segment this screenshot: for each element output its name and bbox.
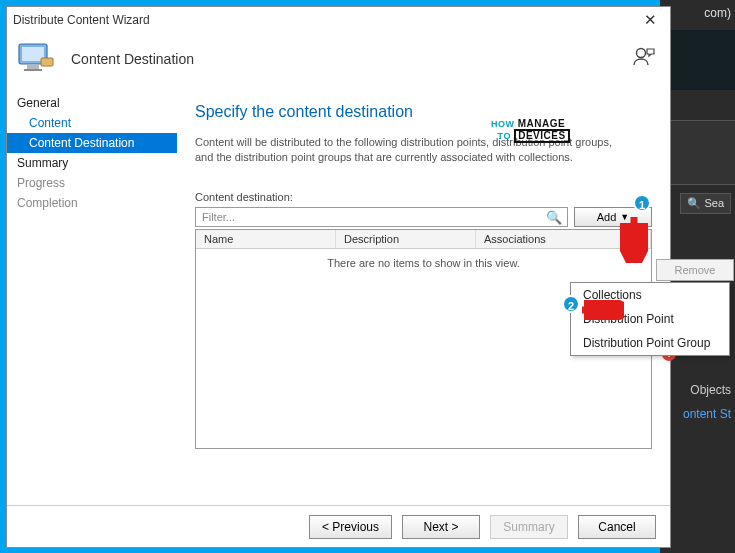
wizard-footer: < Previous Next > Summary Cancel — [7, 505, 670, 547]
summary-button: Summary — [490, 515, 568, 539]
svg-rect-2 — [27, 65, 39, 69]
annotation-badge-1: 1 — [633, 194, 651, 212]
bg-block — [660, 30, 735, 90]
monitor-icon — [17, 40, 57, 78]
menu-item-distribution-point-group[interactable]: Distribution Point Group — [571, 331, 729, 355]
user-feedback-icon[interactable] — [632, 46, 656, 73]
svg-point-5 — [637, 48, 646, 57]
list-side-buttons: Remove — [656, 259, 734, 281]
nav-item-progress: Progress — [7, 173, 177, 193]
page-heading: Specify the content destination — [195, 103, 652, 121]
empty-list-message: There are no items to show in this view. — [196, 249, 651, 269]
watermark-to: TO — [498, 131, 511, 141]
bg-block — [660, 120, 735, 185]
wizard-nav: General Content Content Destination Summ… — [7, 85, 177, 505]
cancel-button[interactable]: Cancel — [578, 515, 656, 539]
wizard-header: Content Destination — [7, 33, 670, 85]
bg-content-link[interactable]: ontent St — [683, 407, 731, 421]
filter-input[interactable]: Filter... — [195, 207, 568, 227]
background-search-button[interactable]: 🔍 Sea — [680, 193, 731, 214]
svg-rect-4 — [41, 58, 53, 66]
filter-row: Filter... 🔍 Add ▼ — [195, 207, 652, 227]
list-header: Name Description Associations — [196, 230, 651, 249]
search-icon[interactable]: 🔍 — [546, 210, 562, 225]
watermark-logo: HOW MANAGE TO DEVICES — [491, 119, 570, 143]
watermark-manage: MANAGE — [518, 118, 565, 129]
nav-item-summary[interactable]: Summary — [7, 153, 177, 173]
wizard-step-title: Content Destination — [71, 51, 194, 67]
col-description[interactable]: Description — [336, 230, 476, 248]
watermark-how: HOW — [491, 119, 515, 129]
bg-caption: com) — [704, 6, 731, 20]
col-name[interactable]: Name — [196, 230, 336, 248]
window-title: Distribute Content Wizard — [13, 13, 636, 27]
next-button[interactable]: Next > — [402, 515, 480, 539]
remove-button: Remove — [656, 259, 734, 281]
watermark-devices: DEVICES — [514, 129, 569, 143]
bg-objects-label: Objects — [690, 383, 731, 397]
nav-item-completion: Completion — [7, 193, 177, 213]
nav-item-content-destination[interactable]: Content Destination — [7, 133, 177, 153]
annotation-arrow-2 — [580, 300, 624, 320]
svg-rect-3 — [24, 69, 42, 71]
nav-item-general[interactable]: General — [7, 93, 177, 113]
window-titlebar: Distribute Content Wizard ✕ — [7, 7, 670, 33]
annotation-badge-2: 2 — [562, 295, 580, 313]
search-icon: 🔍 — [687, 197, 701, 209]
add-button-label: Add — [597, 211, 617, 223]
nav-item-content[interactable]: Content — [7, 113, 177, 133]
annotation-arrow-1 — [620, 215, 648, 263]
content-destination-label: Content destination: — [195, 191, 652, 203]
bg-search-label: Sea — [704, 197, 724, 209]
distribute-content-wizard-window: Distribute Content Wizard ✕ Content Dest… — [6, 6, 671, 548]
previous-button[interactable]: < Previous — [309, 515, 392, 539]
close-button[interactable]: ✕ — [636, 11, 664, 29]
